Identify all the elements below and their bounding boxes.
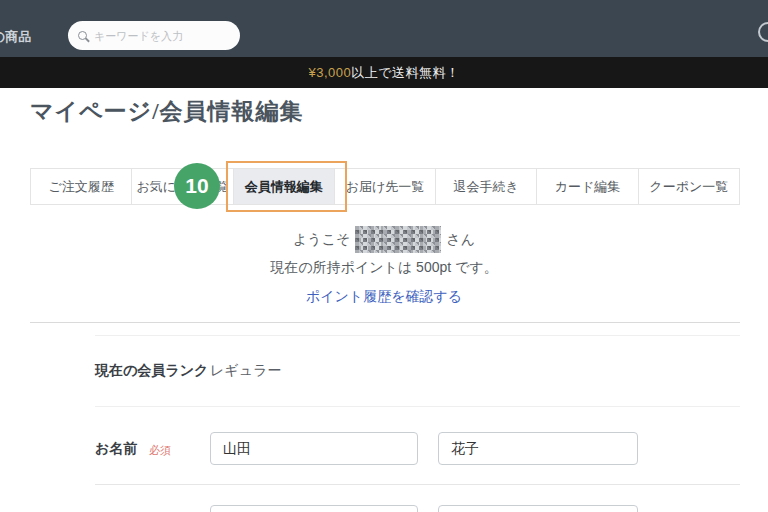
account-tab-bar: ご注文履歴 お気に入り一覧 会員情報編集 お届け先一覧 退会手続き カード編集 … (30, 168, 740, 205)
step-number-badge: 10 (174, 163, 220, 209)
tab-coupons[interactable]: クーポン一覧 (638, 169, 739, 204)
form-row-divider (95, 406, 740, 407)
search-input[interactable] (94, 30, 214, 42)
form-row-divider (95, 335, 740, 336)
top-header: の商品 ∨ (0, 0, 768, 57)
kana-first-name-input[interactable] (438, 505, 638, 512)
welcome-prefix: ようこそ (293, 231, 350, 249)
points-history-link[interactable]: ポイント履歴を確認する (0, 288, 768, 306)
shipping-banner: ¥3,000以上で送料無料！ (0, 57, 768, 88)
first-name-input[interactable] (438, 432, 638, 465)
member-rank-value: レギュラー (210, 362, 281, 380)
form-row-divider (95, 484, 740, 485)
welcome-suffix: さん (446, 231, 475, 249)
name-label: お名前 (95, 440, 137, 458)
kana-last-name-input[interactable] (210, 505, 418, 512)
account-icon[interactable] (758, 22, 768, 42)
censored-username (355, 226, 441, 253)
tab-withdrawal[interactable]: 退会手続き (435, 169, 536, 204)
member-rank-label: 現在の会員ランク (95, 362, 208, 380)
points-balance-text: 現在の所持ポイントは 500pt です。 (0, 259, 768, 277)
search-icon (78, 31, 87, 40)
last-name-input[interactable] (210, 432, 418, 465)
banner-text: 以上で送料無料！ (351, 64, 459, 82)
page-title: マイページ/会員情報編集 (30, 96, 304, 127)
tab-card-edit[interactable]: カード編集 (536, 169, 637, 204)
section-divider (30, 322, 740, 323)
required-badge: 必須 (149, 443, 171, 458)
highlight-rectangle (226, 161, 347, 212)
search-bar[interactable] (68, 21, 240, 50)
tab-order-history[interactable]: ご注文履歴 (31, 169, 131, 204)
category-selector-label[interactable]: の商品 (0, 28, 31, 46)
page: の商品 ∨ ¥3,000以上で送料無料！ マイページ/会員情報編集 ご注文履歴 … (0, 0, 768, 512)
tab-shipping-addresses[interactable]: お届け先一覧 (334, 169, 435, 204)
banner-amount: ¥3,000 (308, 65, 351, 80)
welcome-message: ようこそ さん (0, 226, 768, 253)
